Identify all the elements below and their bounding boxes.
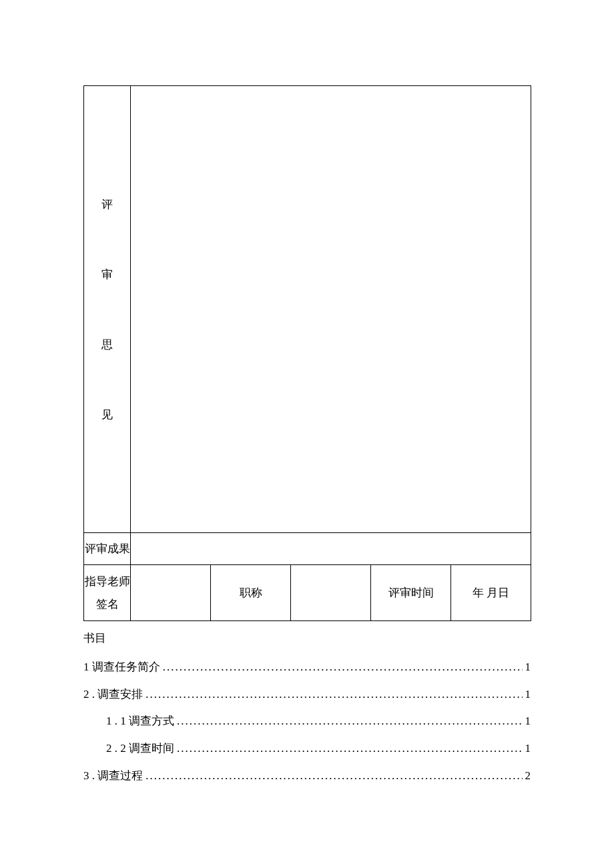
toc-dots — [163, 654, 523, 681]
review-opinion-label-cell: 评 审 思 见 — [84, 86, 131, 533]
review-form-table: 评 审 思 见 评审成果 指导老师签名 职称 评审时间 — [83, 85, 531, 621]
advisor-sign-value — [131, 565, 211, 621]
toc-item-label: 2 . 调查安排 — [83, 681, 143, 709]
toc-item: 2 . 2 调查时间 1 — [83, 735, 531, 763]
toc-item-label: 2 . 2 调查时间 — [106, 735, 174, 763]
toc-item: 1 . 1 调查方式 1 — [83, 708, 531, 735]
toc-item: 2 . 调查安排 1 — [83, 681, 531, 709]
char: 见 — [101, 407, 113, 422]
review-time-label: 评审时间 — [371, 565, 451, 621]
toc-item-page: 2 — [525, 763, 531, 790]
review-opinion-content — [131, 86, 531, 533]
toc-dots — [145, 681, 522, 709]
toc-dots — [177, 735, 523, 763]
toc-item-label: 1 调查任务简介 — [83, 654, 160, 681]
review-opinion-label: 评 审 思 见 — [84, 86, 130, 532]
toc-item-page: 1 — [525, 735, 531, 763]
review-time-value: 年 月日 — [451, 565, 531, 621]
toc-item-page: 1 — [525, 708, 531, 735]
text: 年 月日 — [473, 586, 509, 599]
toc-dots — [177, 708, 523, 735]
text: 指导老师签名 — [85, 575, 130, 610]
char: 审 — [101, 267, 113, 282]
toc-dots — [145, 763, 522, 790]
toc-item: 1 调查任务简介 1 — [83, 654, 531, 681]
review-result-label: 评审成果 — [84, 533, 131, 565]
char: 思 — [101, 337, 113, 352]
char: 评 — [101, 197, 113, 212]
advisor-sign-label: 指导老师签名 — [84, 565, 131, 621]
title-label: 职称 — [211, 565, 291, 621]
document-page: 评 审 思 见 评审成果 指导老师签名 职称 评审时间 — [83, 85, 531, 790]
toc-item: 3 . 调查过程 2 — [83, 763, 531, 790]
toc-title: 书目 — [83, 625, 531, 653]
table-of-contents: 书目 1 调查任务简介 1 2 . 调查安排 1 1 . 1 调查方式 1 2 … — [83, 625, 531, 790]
toc-item-label: 1 . 1 调查方式 — [106, 708, 174, 735]
title-value — [291, 565, 371, 621]
review-result-value — [131, 533, 531, 565]
toc-item-page: 1 — [525, 654, 531, 681]
toc-item-label: 3 . 调查过程 — [83, 763, 143, 790]
toc-item-page: 1 — [525, 681, 531, 709]
